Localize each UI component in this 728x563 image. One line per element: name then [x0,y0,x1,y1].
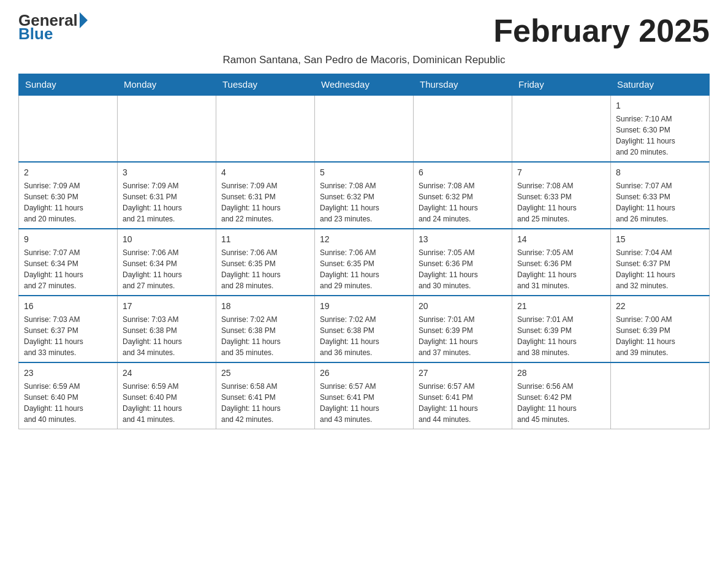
day-info: Sunrise: 7:02 AMSunset: 6:38 PMDaylight:… [221,314,309,358]
day-number: 23 [24,367,112,380]
day-info: Sunrise: 6:57 AMSunset: 6:41 PMDaylight:… [320,381,408,425]
day-number: 12 [320,233,408,246]
day-info: Sunrise: 7:03 AMSunset: 6:37 PMDaylight:… [24,314,112,358]
calendar-week-row: 16Sunrise: 7:03 AMSunset: 6:37 PMDayligh… [19,296,710,362]
day-info: Sunrise: 7:08 AMSunset: 6:32 PMDaylight:… [320,180,408,224]
calendar-cell: 21Sunrise: 7:01 AMSunset: 6:39 PMDayligh… [512,296,611,362]
day-number: 21 [517,300,605,313]
calendar-cell: 13Sunrise: 7:05 AMSunset: 6:36 PMDayligh… [414,229,512,296]
day-info: Sunrise: 7:07 AMSunset: 6:33 PMDaylight:… [616,180,704,224]
calendar-cell: 28Sunrise: 6:56 AMSunset: 6:42 PMDayligh… [512,362,611,429]
day-number: 4 [221,166,309,179]
day-info: Sunrise: 7:01 AMSunset: 6:39 PMDaylight:… [517,314,605,358]
calendar-week-row: 1Sunrise: 7:10 AMSunset: 6:30 PMDaylight… [19,95,710,162]
day-number: 16 [24,300,112,313]
calendar-cell [414,95,512,162]
day-number: 9 [24,233,112,246]
calendar-header-row: SundayMondayTuesdayWednesdayThursdayFrid… [19,74,710,96]
calendar-cell: 8Sunrise: 7:07 AMSunset: 6:33 PMDaylight… [611,162,710,229]
calendar-day-header: Monday [118,74,216,96]
logo-blue-text: Blue [18,26,88,42]
calendar-cell: 10Sunrise: 7:06 AMSunset: 6:34 PMDayligh… [118,229,216,296]
day-number: 25 [221,367,309,380]
day-info: Sunrise: 7:01 AMSunset: 6:39 PMDaylight:… [419,314,507,358]
day-info: Sunrise: 7:06 AMSunset: 6:34 PMDaylight:… [123,247,211,291]
day-number: 28 [517,367,605,380]
day-info: Sunrise: 7:06 AMSunset: 6:35 PMDaylight:… [320,247,408,291]
month-title: February 2025 [493,12,710,49]
calendar-cell: 15Sunrise: 7:04 AMSunset: 6:37 PMDayligh… [611,229,710,296]
calendar-cell: 7Sunrise: 7:08 AMSunset: 6:33 PMDaylight… [512,162,611,229]
calendar-cell: 22Sunrise: 7:00 AMSunset: 6:39 PMDayligh… [611,296,710,362]
calendar-week-row: 9Sunrise: 7:07 AMSunset: 6:34 PMDaylight… [19,229,710,296]
calendar-cell: 11Sunrise: 7:06 AMSunset: 6:35 PMDayligh… [216,229,315,296]
day-number: 3 [123,166,211,179]
calendar-day-header: Tuesday [216,74,315,96]
calendar-day-header: Sunday [19,74,118,96]
calendar-body: 1Sunrise: 7:10 AMSunset: 6:30 PMDaylight… [19,95,710,429]
day-info: Sunrise: 7:05 AMSunset: 6:36 PMDaylight:… [517,247,605,291]
day-info: Sunrise: 6:59 AMSunset: 6:40 PMDaylight:… [123,381,211,425]
subtitle: Ramon Santana, San Pedro de Macoris, Dom… [18,54,710,66]
calendar-cell: 26Sunrise: 6:57 AMSunset: 6:41 PMDayligh… [315,362,414,429]
calendar-cell: 20Sunrise: 7:01 AMSunset: 6:39 PMDayligh… [414,296,512,362]
day-number: 5 [320,166,408,179]
calendar-week-row: 2Sunrise: 7:09 AMSunset: 6:30 PMDaylight… [19,162,710,229]
day-number: 8 [616,166,704,179]
calendar-week-row: 23Sunrise: 6:59 AMSunset: 6:40 PMDayligh… [19,362,710,429]
calendar-cell: 12Sunrise: 7:06 AMSunset: 6:35 PMDayligh… [315,229,414,296]
day-number: 13 [419,233,507,246]
calendar-cell: 19Sunrise: 7:02 AMSunset: 6:38 PMDayligh… [315,296,414,362]
day-info: Sunrise: 7:04 AMSunset: 6:37 PMDaylight:… [616,247,704,291]
calendar-cell: 3Sunrise: 7:09 AMSunset: 6:31 PMDaylight… [118,162,216,229]
day-info: Sunrise: 6:58 AMSunset: 6:41 PMDaylight:… [221,381,309,425]
calendar-cell: 23Sunrise: 6:59 AMSunset: 6:40 PMDayligh… [19,362,118,429]
day-number: 15 [616,233,704,246]
day-info: Sunrise: 7:05 AMSunset: 6:36 PMDaylight:… [419,247,507,291]
calendar-cell: 14Sunrise: 7:05 AMSunset: 6:36 PMDayligh… [512,229,611,296]
calendar-cell: 27Sunrise: 6:57 AMSunset: 6:41 PMDayligh… [414,362,512,429]
calendar-cell: 9Sunrise: 7:07 AMSunset: 6:34 PMDaylight… [19,229,118,296]
day-info: Sunrise: 7:09 AMSunset: 6:30 PMDaylight:… [24,180,112,224]
day-info: Sunrise: 7:08 AMSunset: 6:33 PMDaylight:… [517,180,605,224]
day-number: 14 [517,233,605,246]
day-info: Sunrise: 7:07 AMSunset: 6:34 PMDaylight:… [24,247,112,291]
calendar-cell [512,95,611,162]
day-number: 6 [419,166,507,179]
day-info: Sunrise: 7:08 AMSunset: 6:32 PMDaylight:… [419,180,507,224]
day-info: Sunrise: 7:10 AMSunset: 6:30 PMDaylight:… [616,113,704,158]
calendar-day-header: Friday [512,74,611,96]
day-info: Sunrise: 7:09 AMSunset: 6:31 PMDaylight:… [221,180,309,224]
day-number: 11 [221,233,309,246]
day-number: 1 [616,99,704,112]
day-number: 22 [616,300,704,313]
calendar-day-header: Saturday [611,74,710,96]
day-number: 7 [517,166,605,179]
day-number: 26 [320,367,408,380]
calendar-cell: 2Sunrise: 7:09 AMSunset: 6:30 PMDaylight… [19,162,118,229]
day-info: Sunrise: 7:03 AMSunset: 6:38 PMDaylight:… [123,314,211,358]
calendar-cell [118,95,216,162]
calendar-cell: 24Sunrise: 6:59 AMSunset: 6:40 PMDayligh… [118,362,216,429]
calendar-cell [216,95,315,162]
calendar-cell [19,95,118,162]
day-number: 18 [221,300,309,313]
day-number: 2 [24,166,112,179]
day-info: Sunrise: 6:57 AMSunset: 6:41 PMDaylight:… [419,381,507,425]
calendar-cell: 17Sunrise: 7:03 AMSunset: 6:38 PMDayligh… [118,296,216,362]
day-number: 24 [123,367,211,380]
day-number: 10 [123,233,211,246]
day-number: 17 [123,300,211,313]
day-number: 20 [419,300,507,313]
calendar-cell: 16Sunrise: 7:03 AMSunset: 6:37 PMDayligh… [19,296,118,362]
day-info: Sunrise: 6:59 AMSunset: 6:40 PMDaylight:… [24,381,112,425]
calendar-cell [315,95,414,162]
day-info: Sunrise: 7:02 AMSunset: 6:38 PMDaylight:… [320,314,408,358]
day-number: 27 [419,367,507,380]
logo: General Blue [18,12,88,42]
calendar-cell: 5Sunrise: 7:08 AMSunset: 6:32 PMDaylight… [315,162,414,229]
calendar-cell: 18Sunrise: 7:02 AMSunset: 6:38 PMDayligh… [216,296,315,362]
calendar-cell: 6Sunrise: 7:08 AMSunset: 6:32 PMDaylight… [414,162,512,229]
day-info: Sunrise: 7:06 AMSunset: 6:35 PMDaylight:… [221,247,309,291]
page-header: General Blue February 2025 [18,12,710,49]
